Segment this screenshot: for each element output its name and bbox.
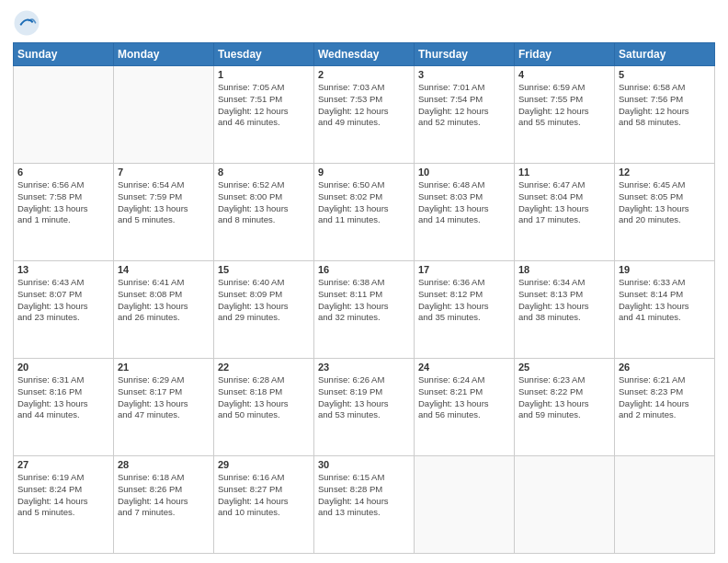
calendar-cell: 11Sunrise: 6:47 AM Sunset: 8:04 PM Dayli…	[515, 164, 615, 261]
day-number: 7	[118, 167, 210, 178]
day-number: 23	[318, 362, 410, 373]
calendar-cell: 13Sunrise: 6:43 AM Sunset: 8:07 PM Dayli…	[14, 261, 114, 359]
day-number: 13	[17, 264, 109, 275]
day-info: Sunrise: 6:54 AM Sunset: 7:59 PM Dayligh…	[118, 179, 210, 226]
day-info: Sunrise: 6:52 AM Sunset: 8:00 PM Dayligh…	[218, 179, 310, 226]
calendar-header-friday: Friday	[515, 43, 615, 66]
day-info: Sunrise: 6:59 AM Sunset: 7:55 PM Dayligh…	[518, 82, 610, 129]
day-number: 6	[17, 167, 109, 178]
calendar-week-row: 1Sunrise: 7:05 AM Sunset: 7:51 PM Daylig…	[14, 66, 715, 164]
day-number: 14	[118, 264, 210, 275]
calendar-cell: 12Sunrise: 6:45 AM Sunset: 8:05 PM Dayli…	[615, 164, 715, 261]
header	[13, 9, 715, 37]
day-info: Sunrise: 6:34 AM Sunset: 8:13 PM Dayligh…	[518, 277, 610, 324]
day-number: 25	[518, 362, 610, 373]
day-info: Sunrise: 6:41 AM Sunset: 8:08 PM Dayligh…	[118, 277, 210, 324]
page: SundayMondayTuesdayWednesdayThursdayFrid…	[0, 0, 728, 563]
day-info: Sunrise: 6:58 AM Sunset: 7:56 PM Dayligh…	[619, 82, 711, 129]
day-number: 22	[218, 362, 310, 373]
calendar-week-row: 27Sunrise: 6:19 AM Sunset: 8:24 PM Dayli…	[14, 456, 715, 554]
calendar-cell: 9Sunrise: 6:50 AM Sunset: 8:02 PM Daylig…	[314, 164, 415, 261]
day-number: 29	[218, 459, 310, 470]
calendar-cell: 27Sunrise: 6:19 AM Sunset: 8:24 PM Dayli…	[14, 456, 114, 554]
day-number: 10	[418, 167, 510, 178]
calendar-cell: 14Sunrise: 6:41 AM Sunset: 8:08 PM Dayli…	[114, 261, 214, 359]
day-number: 30	[318, 459, 410, 470]
calendar-cell: 5Sunrise: 6:58 AM Sunset: 7:56 PM Daylig…	[615, 66, 715, 164]
calendar-cell: 29Sunrise: 6:16 AM Sunset: 8:27 PM Dayli…	[214, 456, 314, 554]
calendar-header-monday: Monday	[114, 43, 214, 66]
calendar-week-row: 20Sunrise: 6:31 AM Sunset: 8:16 PM Dayli…	[14, 359, 715, 456]
calendar-cell: 18Sunrise: 6:34 AM Sunset: 8:13 PM Dayli…	[515, 261, 615, 359]
day-number: 8	[218, 167, 310, 178]
day-info: Sunrise: 6:43 AM Sunset: 8:07 PM Dayligh…	[17, 277, 109, 324]
calendar-cell: 1Sunrise: 7:05 AM Sunset: 7:51 PM Daylig…	[214, 66, 314, 164]
day-info: Sunrise: 6:19 AM Sunset: 8:24 PM Dayligh…	[17, 472, 109, 519]
day-info: Sunrise: 6:38 AM Sunset: 8:11 PM Dayligh…	[318, 277, 410, 324]
calendar-cell: 2Sunrise: 7:03 AM Sunset: 7:53 PM Daylig…	[314, 66, 415, 164]
calendar-cell: 3Sunrise: 7:01 AM Sunset: 7:54 PM Daylig…	[415, 66, 515, 164]
calendar-cell: 22Sunrise: 6:28 AM Sunset: 8:18 PM Dayli…	[214, 359, 314, 456]
calendar-cell	[415, 456, 515, 554]
calendar-cell: 7Sunrise: 6:54 AM Sunset: 7:59 PM Daylig…	[114, 164, 214, 261]
logo	[13, 9, 44, 37]
day-info: Sunrise: 6:45 AM Sunset: 8:05 PM Dayligh…	[619, 179, 711, 226]
day-info: Sunrise: 6:36 AM Sunset: 8:12 PM Dayligh…	[418, 277, 510, 324]
day-info: Sunrise: 6:26 AM Sunset: 8:19 PM Dayligh…	[318, 374, 410, 421]
day-number: 26	[619, 362, 711, 373]
calendar-header-thursday: Thursday	[415, 43, 515, 66]
calendar-cell: 21Sunrise: 6:29 AM Sunset: 8:17 PM Dayli…	[114, 359, 214, 456]
calendar-header-tuesday: Tuesday	[214, 43, 314, 66]
calendar-cell: 15Sunrise: 6:40 AM Sunset: 8:09 PM Dayli…	[214, 261, 314, 359]
day-info: Sunrise: 6:21 AM Sunset: 8:23 PM Dayligh…	[619, 374, 711, 421]
day-info: Sunrise: 6:31 AM Sunset: 8:16 PM Dayligh…	[17, 374, 109, 421]
calendar-cell: 17Sunrise: 6:36 AM Sunset: 8:12 PM Dayli…	[415, 261, 515, 359]
day-info: Sunrise: 6:18 AM Sunset: 8:26 PM Dayligh…	[118, 472, 210, 519]
day-info: Sunrise: 7:01 AM Sunset: 7:54 PM Dayligh…	[418, 82, 510, 129]
calendar-cell: 28Sunrise: 6:18 AM Sunset: 8:26 PM Dayli…	[114, 456, 214, 554]
day-info: Sunrise: 6:33 AM Sunset: 8:14 PM Dayligh…	[619, 277, 711, 324]
day-info: Sunrise: 6:40 AM Sunset: 8:09 PM Dayligh…	[218, 277, 310, 324]
day-info: Sunrise: 6:48 AM Sunset: 8:03 PM Dayligh…	[418, 179, 510, 226]
day-number: 11	[518, 167, 610, 178]
calendar-cell: 23Sunrise: 6:26 AM Sunset: 8:19 PM Dayli…	[314, 359, 415, 456]
day-info: Sunrise: 6:50 AM Sunset: 8:02 PM Dayligh…	[318, 179, 410, 226]
calendar-cell	[615, 456, 715, 554]
calendar-cell	[14, 66, 114, 164]
day-number: 17	[418, 264, 510, 275]
day-number: 9	[318, 167, 410, 178]
day-number: 15	[218, 264, 310, 275]
day-number: 4	[518, 69, 610, 80]
day-info: Sunrise: 7:05 AM Sunset: 7:51 PM Dayligh…	[218, 82, 310, 129]
day-number: 1	[218, 69, 310, 80]
day-number: 18	[518, 264, 610, 275]
day-number: 2	[318, 69, 410, 80]
calendar-table: SundayMondayTuesdayWednesdayThursdayFrid…	[13, 42, 715, 554]
calendar-cell	[114, 66, 214, 164]
day-number: 16	[318, 264, 410, 275]
day-number: 20	[17, 362, 109, 373]
day-info: Sunrise: 6:29 AM Sunset: 8:17 PM Dayligh…	[118, 374, 210, 421]
day-info: Sunrise: 6:28 AM Sunset: 8:18 PM Dayligh…	[218, 374, 310, 421]
day-number: 21	[118, 362, 210, 373]
calendar-cell: 16Sunrise: 6:38 AM Sunset: 8:11 PM Dayli…	[314, 261, 415, 359]
day-info: Sunrise: 6:56 AM Sunset: 7:58 PM Dayligh…	[17, 179, 109, 226]
calendar-cell: 24Sunrise: 6:24 AM Sunset: 8:21 PM Dayli…	[415, 359, 515, 456]
calendar-cell: 10Sunrise: 6:48 AM Sunset: 8:03 PM Dayli…	[415, 164, 515, 261]
day-number: 27	[17, 459, 109, 470]
calendar-cell: 25Sunrise: 6:23 AM Sunset: 8:22 PM Dayli…	[515, 359, 615, 456]
calendar-header-sunday: Sunday	[14, 43, 114, 66]
day-number: 19	[619, 264, 711, 275]
day-info: Sunrise: 6:15 AM Sunset: 8:28 PM Dayligh…	[318, 472, 410, 519]
day-info: Sunrise: 6:24 AM Sunset: 8:21 PM Dayligh…	[418, 374, 510, 421]
calendar-cell: 8Sunrise: 6:52 AM Sunset: 8:00 PM Daylig…	[214, 164, 314, 261]
calendar-header-saturday: Saturday	[615, 43, 715, 66]
calendar-week-row: 13Sunrise: 6:43 AM Sunset: 8:07 PM Dayli…	[14, 261, 715, 359]
day-info: Sunrise: 7:03 AM Sunset: 7:53 PM Dayligh…	[318, 82, 410, 129]
calendar-cell: 20Sunrise: 6:31 AM Sunset: 8:16 PM Dayli…	[14, 359, 114, 456]
day-number: 28	[118, 459, 210, 470]
day-number: 5	[619, 69, 711, 80]
day-info: Sunrise: 6:16 AM Sunset: 8:27 PM Dayligh…	[218, 472, 310, 519]
logo-icon	[13, 9, 40, 37]
calendar-cell: 4Sunrise: 6:59 AM Sunset: 7:55 PM Daylig…	[515, 66, 615, 164]
